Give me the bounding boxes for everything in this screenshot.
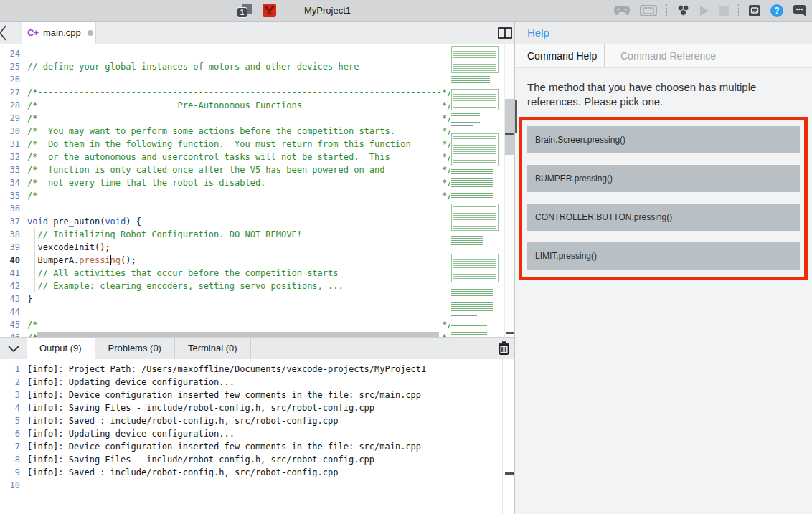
output-log: 1 [info]: Project Path: /Users/maxofflin…: [0, 363, 426, 492]
split-editor-icon[interactable]: [498, 27, 512, 42]
vex-brain-icon[interactable]: [263, 4, 276, 17]
help-icon[interactable]: ?: [770, 4, 783, 17]
controller-icon[interactable]: [613, 5, 631, 16]
editor-scrollbar[interactable]: [504, 44, 514, 337]
minimap-block: [451, 113, 480, 123]
output-line-number: 6: [0, 427, 20, 440]
stop-icon[interactable]: [719, 6, 729, 16]
back-chevron-icon[interactable]: [0, 24, 8, 44]
minimap-block: [451, 89, 499, 110]
output-line: 2 [info]: Updating device configuration.…: [0, 376, 426, 389]
code-line: 32/* or the autonomous and usercontrol t…: [0, 151, 452, 163]
collapse-panel-button[interactable]: [0, 338, 27, 359]
scrollbar-bottom-marker: [506, 332, 514, 334]
minimap-block: [451, 133, 499, 166]
code-line: 41 // All activities that occur before t…: [0, 267, 452, 280]
minimap[interactable]: [450, 44, 503, 337]
line-highlight-band: [37, 332, 439, 337]
reference-option-button[interactable]: Brain.Screen.pressing(): [527, 126, 800, 153]
code-line: 25// define your global instances of mot…: [0, 60, 452, 73]
reference-option-button[interactable]: CONTROLLER.BUTTON.pressing(): [527, 204, 800, 231]
clear-output-button[interactable]: [498, 341, 510, 358]
code-line: 43}: [0, 292, 452, 305]
tab-main-cpp[interactable]: C+ main.cpp: [22, 22, 96, 44]
help-scrollbar-thumb[interactable]: [515, 100, 517, 133]
code-line: 26: [0, 73, 452, 86]
file-modified-dot: [88, 30, 93, 36]
minimap-block: [451, 315, 477, 321]
output-scrollbar-marker: [505, 472, 514, 475]
brain-screen-glyph: [640, 5, 657, 16]
minimap-block: [451, 169, 493, 198]
tab-command-reference[interactable]: Command Reference: [605, 44, 716, 67]
output-line-text: [info]: Updating device configuration...: [27, 427, 235, 440]
toolbar-separator: [666, 4, 667, 16]
output-line-number: 7: [0, 440, 20, 453]
output-line-number: 3: [0, 389, 20, 401]
code-line: 24: [0, 47, 452, 60]
output-line-text: [info]: Saved : include/robot-config.h, …: [27, 414, 338, 427]
output-line-text: [info]: Saved : include/robot-config.h, …: [27, 466, 338, 479]
help-panel-title: Help: [515, 22, 812, 44]
reference-option-button[interactable]: LIMIT.pressing(): [527, 242, 800, 270]
output-line-number: 2: [0, 376, 20, 389]
output-scrollbar[interactable]: [502, 359, 514, 514]
split-editor-glyph: [498, 27, 512, 39]
output-line-text: [info]: Saving Files - include/robot-con…: [27, 453, 374, 466]
minimap-block: [451, 254, 499, 282]
bottom-panel: Output (9) Problems (0) Terminal (0) 1 […: [0, 337, 514, 514]
trash-icon: [498, 341, 510, 355]
output-line-text: [info]: Project Path: /Users/maxoffline/…: [27, 363, 426, 376]
tab-command-help[interactable]: Command Help: [515, 44, 605, 67]
tab-terminal[interactable]: Terminal (0): [175, 338, 251, 359]
code-lines: 2425// define your global instances of m…: [0, 47, 452, 337]
titlebar: 1 MyProject1: [0, 0, 812, 22]
download-glyph: [676, 4, 690, 16]
output-line-text: [info]: Updating device configuration...: [27, 376, 235, 389]
minimap-block: [451, 46, 499, 73]
output-line-number: 5: [0, 414, 20, 427]
tab-problems[interactable]: Problems (0): [95, 338, 175, 359]
console-icon[interactable]: [793, 4, 806, 16]
slot-number-icon[interactable]: 1: [237, 4, 252, 18]
output-line: 10: [0, 479, 426, 492]
vexcode-window: 1 MyProject1: [0, 0, 812, 514]
code-line: 28/* Pre-Autonomous Functions */: [0, 99, 452, 112]
output-line: 6 [info]: Updating device configuration.…: [0, 427, 426, 440]
code-line: 30/* You may want to perform some action…: [0, 125, 452, 138]
code-line: 36: [0, 202, 452, 215]
output-line-text: [info]: Saving Files - include/robot-con…: [27, 401, 374, 414]
output-line: 4 [info]: Saving Files - include/robot-c…: [0, 401, 426, 414]
output-line-number: 10: [0, 479, 20, 492]
code-editor[interactable]: 2425// define your global instances of m…: [0, 44, 504, 337]
code-line: 39 vexcodeInit();: [0, 241, 452, 254]
output-line-number: 1: [0, 363, 20, 376]
output-line-number: 4: [0, 401, 20, 414]
output-line-text: [info]: Device configuration inserted fe…: [27, 440, 421, 453]
vex-v-glyph: [263, 4, 276, 17]
download-icon[interactable]: [676, 4, 690, 16]
output-line: 7 [info]: Device configuration inserted …: [0, 440, 426, 453]
device-info-icon[interactable]: [748, 4, 761, 17]
code-line: 37void pre_auton(void) {: [0, 215, 452, 228]
editor-scrollbar-thumb[interactable]: [505, 99, 514, 155]
code-line: 31/* Do them in the following function. …: [0, 138, 452, 151]
device-info-glyph: [748, 4, 761, 17]
controller-glyph: [613, 5, 631, 16]
minimap-block: [451, 234, 483, 249]
chevron-left-glyph: [0, 24, 8, 42]
project-title: MyProject1: [304, 0, 351, 21]
toolbar-separator: [738, 4, 739, 16]
code-line: 38 // Initializing Robot Configuration. …: [0, 228, 452, 241]
reference-option-button[interactable]: BUMPER.pressing(): [527, 165, 800, 192]
cpp-file-icon: C+: [27, 27, 38, 38]
help-tabbar: Command Help Command Reference: [515, 44, 812, 68]
brain-screen-icon[interactable]: [640, 5, 657, 16]
code-line: 35/*------------------------------------…: [0, 189, 452, 202]
stop-glyph: [719, 6, 729, 16]
minimap-block: [451, 287, 493, 311]
tab-output[interactable]: Output (9): [27, 338, 95, 359]
code-line: 27/*------------------------------------…: [0, 86, 452, 99]
play-icon[interactable]: [699, 5, 709, 16]
output-line-number: 8: [0, 453, 20, 466]
